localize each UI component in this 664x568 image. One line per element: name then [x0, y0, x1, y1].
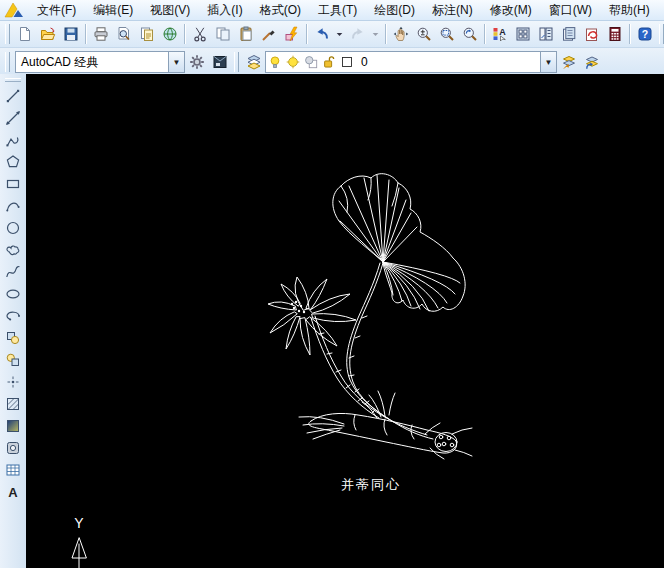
menu-insert[interactable]: 插入(I) [199, 1, 250, 20]
menu-window[interactable]: 窗口(W) [541, 1, 600, 20]
draw-point-button[interactable] [2, 371, 24, 393]
undo-dropdown-button[interactable] [333, 23, 346, 46]
save-button[interactable] [59, 23, 82, 46]
toolbar-grip[interactable] [5, 78, 21, 82]
properties-palette-button[interactable] [488, 23, 511, 46]
save-workspace-button[interactable] [208, 51, 231, 74]
layer-on-toggle-button[interactable] [266, 53, 284, 71]
publish-icon [139, 26, 155, 42]
match-properties-icon [261, 26, 277, 42]
gradient-icon [5, 418, 21, 434]
leaf-droop-veins [383, 262, 460, 311]
menu-tools[interactable]: 工具(T) [310, 1, 365, 20]
layer-lock-toggle-button[interactable] [320, 53, 338, 71]
insert-block-icon [5, 330, 21, 346]
toolbar-grip[interactable] [5, 24, 10, 44]
markup-set-icon [584, 26, 600, 42]
quickcalc-icon [607, 26, 623, 42]
layer-color-swatch-button[interactable] [338, 53, 356, 71]
help-button[interactable] [633, 23, 656, 46]
draw-polygon-button[interactable] [2, 151, 24, 173]
copy-button[interactable] [211, 23, 234, 46]
chevron-down-icon[interactable]: ▼ [540, 52, 556, 72]
insert-block-button[interactable] [2, 327, 24, 349]
draw-gradient-button[interactable] [2, 415, 24, 437]
draw-rectangle-button[interactable] [2, 173, 24, 195]
markup-set-manager-button[interactable] [580, 23, 603, 46]
zoom-window-icon [439, 26, 455, 42]
layer-thaw-toggle-button[interactable] [284, 53, 302, 71]
region-icon [5, 440, 21, 456]
draw-revision-cloud-button[interactable] [2, 239, 24, 261]
draw-toolbar [0, 74, 27, 568]
paste-button[interactable] [234, 23, 257, 46]
open-file-button[interactable] [36, 23, 59, 46]
toolbar-grip[interactable] [234, 52, 239, 72]
menu-draw[interactable]: 绘图(D) [366, 1, 423, 20]
layers-manager-icon [246, 54, 262, 70]
toolbar-grip[interactable] [659, 24, 664, 44]
new-file-icon [17, 26, 33, 42]
menu-file[interactable]: 文件(F) [29, 1, 84, 20]
drop-icon [335, 30, 344, 39]
tool-palettes-button[interactable] [534, 23, 557, 46]
publish-button[interactable] [135, 23, 158, 46]
draw-construction-line-button[interactable] [2, 107, 24, 129]
draw-region-button[interactable] [2, 437, 24, 459]
layer-previous-button[interactable] [580, 51, 603, 74]
plot-preview-button[interactable] [112, 23, 135, 46]
new-file-button[interactable] [13, 23, 36, 46]
draw-polyline-button[interactable] [2, 129, 24, 151]
draw-line-button[interactable] [2, 85, 24, 107]
menu-format[interactable]: 格式(O) [252, 1, 309, 20]
make-block-button[interactable] [2, 349, 24, 371]
menu-edit[interactable]: 编辑(E) [85, 1, 141, 20]
zoom-window-button[interactable] [435, 23, 458, 46]
redo-button[interactable] [346, 23, 369, 46]
make-object-layer-current-button[interactable] [557, 51, 580, 74]
block-editor-button[interactable] [280, 23, 303, 46]
draw-ellipse-button[interactable] [2, 283, 24, 305]
redo-dropdown-button[interactable] [369, 23, 382, 46]
toolbar-separator [85, 24, 86, 44]
menu-dimension[interactable]: 标注(N) [424, 1, 481, 20]
draw-circle-button[interactable] [2, 217, 24, 239]
pan-realtime-button[interactable] [389, 23, 412, 46]
layer-manager-button-wrap [242, 51, 265, 74]
workspace-toolbar-buttons [185, 51, 231, 74]
drawing-area[interactable]: 并蒂同心 Y [26, 74, 664, 568]
workspace-settings-button[interactable] [185, 51, 208, 74]
draw-arc-button[interactable] [2, 195, 24, 217]
draw-multiline-text-button[interactable] [2, 481, 24, 503]
etransmit-button[interactable] [158, 23, 181, 46]
quickcalc-button[interactable] [603, 23, 626, 46]
menu-view[interactable]: 视图(V) [142, 1, 198, 20]
layer-viewport-freeze-toggle-button[interactable] [302, 53, 320, 71]
layer-properties-manager-button[interactable] [242, 51, 265, 74]
chevron-down-icon[interactable]: ▼ [168, 52, 184, 72]
menu-help[interactable]: 帮助(H) [601, 1, 658, 20]
draw-table-button[interactable] [2, 459, 24, 481]
draw-spline-button[interactable] [2, 261, 24, 283]
plot-button[interactable] [89, 23, 112, 46]
menu-modify[interactable]: 修改(M) [482, 1, 540, 20]
sheet-set-manager-button[interactable] [557, 23, 580, 46]
autocad-logo-icon[interactable] [4, 2, 24, 18]
cut-icon [192, 26, 208, 42]
match-properties-button[interactable] [257, 23, 280, 46]
toolbar-grip[interactable] [5, 52, 10, 72]
undo-button[interactable] [310, 23, 333, 46]
toolbar-separator [484, 24, 485, 44]
draw-hatch-button[interactable] [2, 393, 24, 415]
workspace-combo[interactable]: AutoCAD 经典 ▼ [15, 51, 185, 73]
draw-ellipse-arc-button[interactable] [2, 305, 24, 327]
zoom-realtime-button[interactable] [412, 23, 435, 46]
cut-button[interactable] [188, 23, 211, 46]
drawing-caption: 并蒂同心 [341, 477, 401, 492]
designcenter-button[interactable] [511, 23, 534, 46]
blade-leaves [299, 417, 344, 439]
toolbar-separator [184, 24, 185, 44]
zoom-previous-button[interactable] [458, 23, 481, 46]
layer-state-icons [266, 53, 356, 71]
layer-combo[interactable]: 0 ▼ [265, 51, 557, 73]
